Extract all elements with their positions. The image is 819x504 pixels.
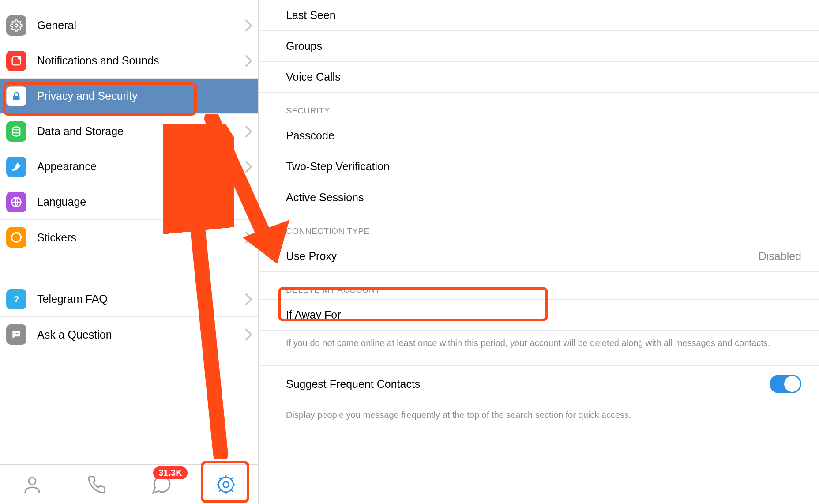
sidebar-item-data-storage[interactable]: Data and Storage [0,114,258,149]
row-label: Two-Step Verification [286,160,801,173]
chevron-right-icon [245,196,252,208]
row-groups[interactable]: Groups [259,31,819,62]
tab-contacts[interactable] [17,469,48,500]
section-header-connection: Connection Type [259,213,819,241]
sidebar-item-label: Stickers [37,231,245,244]
chevron-right-icon [245,161,252,173]
section-header-delete: Delete My Account [259,272,819,299]
lock-icon [6,86,26,106]
gear-icon [6,15,26,36]
svg-point-10 [16,333,17,335]
tab-calls[interactable] [81,469,112,500]
svg-text:?: ? [14,294,19,304]
sidebar-item-faq[interactable]: ? Telegram FAQ [0,282,258,317]
chevron-right-icon [245,125,252,138]
brush-icon [6,157,26,177]
bottom-tab-bar: 31.3K [0,464,258,504]
sidebar-item-privacy-security[interactable]: Privacy and Security [0,79,258,114]
sidebar-item-label: Notifications and Sounds [37,54,245,67]
svg-point-2 [18,56,21,59]
section-header-security: Security [259,93,819,120]
row-last-seen[interactable]: Last Seen [259,0,819,31]
chevron-right-icon [245,231,252,244]
row-label: Last Seen [286,9,801,22]
svg-point-9 [14,333,15,335]
row-suggest-frequent-contacts[interactable]: Suggest Frequent Contacts [259,365,819,402]
sidebar-item-appearance[interactable]: Appearance [0,149,258,184]
unread-badge: 31.3K [153,466,187,479]
row-label: Passcode [286,129,801,142]
bell-icon [6,51,26,71]
chevron-right-icon [245,293,252,305]
sidebar-scroll: General Notifications and Sounds Privacy… [0,0,258,464]
settings-sidebar: General Notifications and Sounds Privacy… [0,0,259,504]
row-label: Active Sessions [286,191,801,204]
row-value: Disabled [759,250,801,263]
svg-point-14 [223,481,229,487]
chat-icon [6,324,26,345]
tab-settings[interactable] [210,469,241,500]
row-label: Groups [286,40,801,53]
sidebar-item-label: Telegram FAQ [37,293,245,305]
sticker-icon [6,227,26,248]
sidebar-spacer [0,255,258,282]
row-label: If Away For [286,308,801,321]
svg-point-4 [13,127,20,130]
sidebar-item-notifications[interactable]: Notifications and Sounds [0,43,258,79]
delete-account-note: If you do not come online at least once … [259,331,819,350]
svg-point-13 [218,477,233,492]
svg-point-11 [17,333,19,335]
sidebar-item-label: Ask a Question [37,328,245,341]
sidebar-item-label: General [37,19,245,32]
suggest-contacts-note: Display people you message frequently at… [259,402,819,421]
database-icon [6,121,26,142]
sidebar-item-label: Privacy and Security [37,90,252,102]
sidebar-item-language[interactable]: Language [0,184,258,220]
svg-point-12 [29,478,36,485]
svg-point-0 [15,24,18,27]
chevron-right-icon [245,55,252,67]
row-label: Voice Calls [286,71,801,83]
svg-point-5 [12,168,15,170]
row-voice-calls[interactable]: Voice Calls [259,62,819,93]
settings-detail-panel: Last Seen Groups Voice Calls Security Pa… [259,0,819,504]
globe-icon [6,192,26,212]
row-label: Suggest Frequent Contacts [286,378,770,391]
row-two-step[interactable]: Two-Step Verification [259,151,819,182]
sidebar-item-label: Data and Storage [37,125,245,138]
row-if-away-for[interactable]: If Away For [259,299,819,331]
chevron-right-icon [245,19,252,32]
sidebar-item-label: Appearance [37,160,245,173]
sidebar-item-label: Language [37,196,245,208]
app-root: General Notifications and Sounds Privacy… [0,0,819,504]
svg-rect-3 [13,95,19,100]
toggle-suggest-contacts[interactable] [770,375,801,393]
row-label: Use Proxy [286,250,759,263]
sidebar-item-general[interactable]: General [0,8,258,43]
row-active-sessions[interactable]: Active Sessions [259,182,819,213]
question-icon: ? [6,289,26,309]
sidebar-item-ask-question[interactable]: Ask a Question [0,317,258,352]
chevron-right-icon [245,328,252,341]
row-use-proxy[interactable]: Use Proxy Disabled [259,241,819,272]
tab-chats[interactable]: 31.3K [146,469,177,500]
sidebar-item-stickers[interactable]: Stickers [0,220,258,255]
row-passcode[interactable]: Passcode [259,120,819,151]
